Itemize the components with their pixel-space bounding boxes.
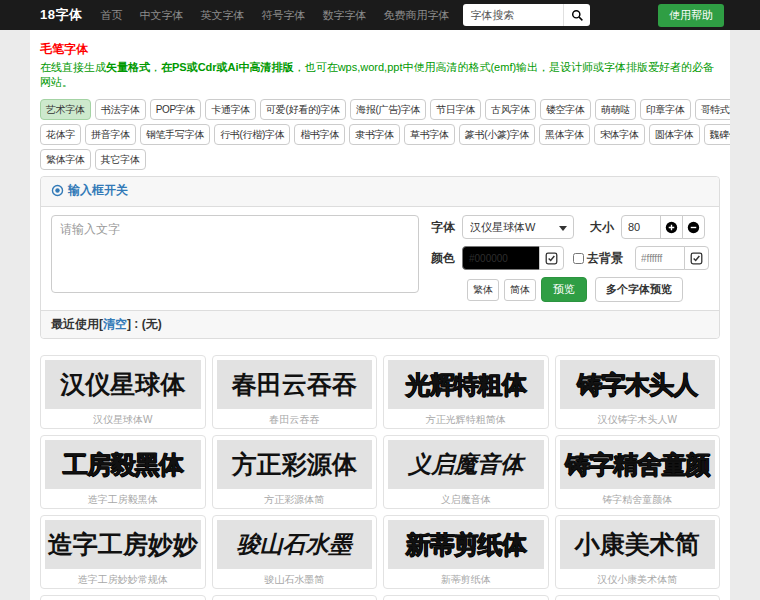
desc-text-bold: 在PS或Cdr或Ai中高清排版 (161, 61, 294, 73)
font-card[interactable]: 铸字精舍童颜 铸字精舍童颜体 (555, 435, 721, 509)
toggle-label: 输入框开关 (68, 182, 128, 199)
font-card[interactable]: 造字工房妙妙 造字工房妙妙常规体 (40, 515, 206, 589)
panel-body: 字体 汉仪星球体W 大小 (41, 207, 719, 310)
category-button[interactable]: 拼音字体 (85, 124, 136, 145)
font-preview-image[interactable]: 小康美术简 (560, 520, 716, 569)
font-name-caption: 造字工房妙妙常规体 (45, 569, 201, 584)
category-button[interactable]: 书法字体 (95, 99, 146, 120)
color-apply-button[interactable] (539, 246, 564, 270)
font-select[interactable]: 汉仪星球体W (463, 216, 573, 238)
font-preview-image[interactable]: 新蒂剪纸体 (388, 520, 544, 569)
brand-logo[interactable]: 18字体 (40, 6, 82, 24)
category-button[interactable]: 卡通字体 (205, 99, 256, 120)
clear-recent-link[interactable]: 清空 (103, 317, 127, 331)
category-button[interactable]: 艺术字体 (40, 99, 91, 120)
input-toggle-link[interactable]: 输入框开关 (51, 182, 128, 199)
multi-font-preview-button[interactable]: 多个字体预览 (595, 277, 683, 302)
traditional-button[interactable]: 繁体 (467, 279, 499, 301)
font-preview-image[interactable]: 铸字木头人 (560, 360, 716, 409)
category-button[interactable]: 篆书(小篆)字体 (459, 124, 535, 145)
font-preview-image[interactable]: 义启魔音体 (388, 440, 544, 489)
font-preview-image[interactable]: 造字工房妙妙 (45, 520, 201, 569)
nav-menu-item[interactable]: 中文字体 (139, 8, 183, 23)
category-button[interactable]: 节日字体 (430, 99, 481, 120)
desc-text: ， (150, 61, 161, 73)
font-card[interactable]: 铸字超燃体 (212, 595, 378, 600)
category-button[interactable]: 萌萌哒 (595, 99, 636, 120)
font-preview-image[interactable]: 铸字精舍童颜 (560, 440, 716, 489)
category-button[interactable]: 海报(广告)字体 (350, 99, 426, 120)
font-name-caption: 铸字精舍童颜体 (560, 489, 716, 504)
font-card[interactable]: 春田云吞吞 春田云吞吞 (212, 355, 378, 429)
remove-background-option[interactable]: 去背景 (573, 250, 623, 267)
font-card[interactable]: 工房毅黑体 造字工房毅黑体 (40, 435, 206, 509)
category-row: 艺术字体 书法字体 POP字体 卡通字体 可爱(好看的)字体 海报(广告)字体 … (40, 99, 720, 120)
preview-button[interactable]: 预览 (541, 277, 587, 302)
font-card[interactable]: 义启魔音体 义启魔音体 (383, 435, 549, 509)
remove-background-label: 去背景 (587, 250, 623, 267)
remove-background-checkbox[interactable] (573, 253, 584, 264)
font-preview-image[interactable]: 春田云吞吞 (217, 360, 373, 409)
category-button[interactable]: 印章字体 (640, 99, 691, 120)
nav-menu-item[interactable]: 英文字体 (200, 8, 244, 23)
size-label: 大小 (590, 219, 614, 236)
recent-used-value: ] : (无) (127, 317, 162, 331)
search-button[interactable] (563, 4, 590, 26)
category-button[interactable]: 行书(行楷)字体 (214, 124, 290, 145)
category-button[interactable]: 草书字体 (404, 124, 455, 145)
font-preview-image[interactable]: 汉仪星球体 (45, 360, 201, 409)
background-apply-button[interactable] (684, 246, 709, 270)
recent-used-bar: 最近使用[清空] : (无) (41, 310, 719, 338)
check-square-icon (545, 252, 558, 265)
font-preview-image[interactable]: 光辉特粗体 (388, 360, 544, 409)
font-card[interactable]: 逐浪拉勾艺 (383, 595, 549, 600)
category-filters: 艺术字体 书法字体 POP字体 卡通字体 可爱(好看的)字体 海报(广告)字体 … (40, 99, 720, 170)
font-preview-image[interactable]: 工房毅黑体 (45, 440, 201, 489)
font-name-caption: 造字工房毅黑体 (45, 489, 201, 504)
size-decrease-button[interactable] (682, 215, 705, 239)
search-input[interactable] (463, 4, 563, 26)
category-button[interactable]: 花体字 (40, 124, 81, 145)
font-card[interactable]: 光辉特粗体 方正光辉特粗简体 (383, 355, 549, 429)
simplified-button[interactable]: 简体 (504, 279, 536, 301)
page-description: 在线直接生成矢量格式，在PS或Cdr或Ai中高清排版，也可在wps,word,p… (40, 60, 720, 90)
font-card[interactable]: 小康美术简 汉仪小康美术体简 (555, 515, 721, 589)
category-button[interactable]: 钢笔手写字体 (140, 124, 210, 145)
nav-menu-item[interactable]: 首页 (100, 8, 122, 23)
font-card[interactable]: 新蒂剪纸体 新蒂剪纸体 (383, 515, 549, 589)
font-preview-image[interactable]: 骏山石水墨 (217, 520, 373, 569)
search-icon (571, 9, 584, 22)
nav-menu-item[interactable]: 符号字体 (261, 8, 305, 23)
nav-menu-item[interactable]: 数字字体 (322, 8, 366, 23)
help-button[interactable]: 使用帮助 (658, 4, 724, 27)
font-card[interactable]: 铸字木头人 汉仪铸字木头人W (555, 355, 721, 429)
font-card[interactable]: 电影海报体 (555, 595, 721, 600)
font-card[interactable]: 骏山石水墨 骏山石水墨简 (212, 515, 378, 589)
font-card[interactable]: 汉仪星球体 汉仪星球体W (40, 355, 206, 429)
category-button[interactable]: 古风字体 (485, 99, 536, 120)
category-button[interactable]: 可爱(好看的)字体 (260, 99, 346, 120)
size-input[interactable] (621, 215, 661, 239)
category-button[interactable]: 隶书字体 (349, 124, 400, 145)
font-preview-image[interactable]: 方正彩源体 (217, 440, 373, 489)
category-button[interactable]: 魏碑体 (704, 124, 730, 145)
category-button[interactable]: 宋体字体 (594, 124, 645, 145)
category-button[interactable]: POP字体 (150, 99, 202, 120)
font-name-caption: 汉仪星球体W (45, 409, 201, 424)
category-button[interactable]: 镂空字体 (540, 99, 591, 120)
preview-buttons-row: 繁体 简体 预览 多个字体预览 (467, 277, 709, 302)
category-button[interactable]: 圆体字体 (649, 124, 700, 145)
category-button[interactable]: 黑体字体 (539, 124, 590, 145)
font-card[interactable]: 方正彩源体 方正彩源体简 (212, 435, 378, 509)
text-input[interactable] (51, 215, 419, 293)
desc-text-bold: 矢量格式 (106, 61, 150, 73)
font-color-swatch[interactable]: #000000 (462, 246, 540, 270)
category-button[interactable]: 繁体字体 (40, 149, 91, 170)
category-button[interactable]: 哥特式字体 (695, 99, 730, 120)
category-button[interactable]: 其它字体 (95, 149, 146, 170)
size-increase-button[interactable] (660, 215, 683, 239)
category-button[interactable]: 楷书字体 (294, 124, 345, 145)
nav-menu-item[interactable]: 免费商用字体 (383, 8, 449, 23)
font-card[interactable]: 方正咆哮体 (40, 595, 206, 600)
background-color-input[interactable] (635, 246, 685, 270)
